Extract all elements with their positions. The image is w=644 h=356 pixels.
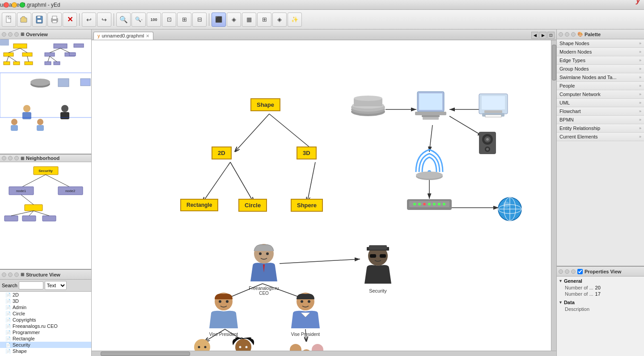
redo-button[interactable]: ↪ xyxy=(97,13,111,27)
svg-rect-22 xyxy=(54,44,67,48)
person-copyrights[interactable]: Copyrights xyxy=(288,337,326,351)
vp1-label: Vise President xyxy=(206,332,242,337)
graph-area: Shape 2D 3D Rectangle Circle xyxy=(92,40,556,351)
tree-item-3d[interactable]: 📄 3D xyxy=(0,298,91,304)
person-vp2[interactable]: Vise President xyxy=(288,290,323,337)
tree-item-shape[interactable]: 📄 Shape xyxy=(0,348,91,354)
svg-rect-11 xyxy=(13,44,27,48)
zoom-actual-button[interactable]: ⊞ xyxy=(177,13,191,27)
palette-item-group-nodes[interactable]: Group Nodes » xyxy=(557,65,644,73)
person-ceo[interactable]: Freeanalogs.ru CEO xyxy=(246,241,282,296)
structure-canvas[interactable]: 📄 2D 📄 3D 📄 Admin 📄 Circle 📄 Copy xyxy=(0,292,91,356)
node-2d[interactable]: 2D xyxy=(212,147,232,159)
snap-button[interactable]: ◈ xyxy=(272,13,287,27)
vertical-scrollbar[interactable] xyxy=(551,40,556,351)
palette-item-uml[interactable]: UML » xyxy=(557,99,644,107)
tab-unnamed[interactable]: y unnamed0.graphml ✕ xyxy=(93,32,153,40)
delete-button[interactable]: ✕ xyxy=(63,13,77,27)
svg-text:node1: node1 xyxy=(16,189,26,193)
search-type-select[interactable]: Text Label Type xyxy=(45,281,67,290)
graph-canvas[interactable]: Shape 2D 3D Rectangle Circle xyxy=(92,40,551,351)
palette-modern-nodes-label: Modern Nodes xyxy=(559,49,592,54)
tree-item-rectangle[interactable]: 📄 Rectangle xyxy=(0,335,91,342)
save-button[interactable] xyxy=(32,13,47,27)
grid-button[interactable]: ⊞ xyxy=(257,13,271,27)
open-button[interactable] xyxy=(17,13,31,27)
undo-button[interactable]: ↩ xyxy=(82,13,96,27)
node-shpere[interactable]: Shpere xyxy=(291,199,323,212)
tree-item-copyrights[interactable]: 📄 Copyrights xyxy=(0,317,91,323)
search-input[interactable] xyxy=(19,281,43,289)
palette-item-computer-network[interactable]: Computer Network » xyxy=(557,90,644,99)
h-scroll-thumb[interactable] xyxy=(101,352,190,356)
palette-item-people[interactable]: People » xyxy=(557,82,644,90)
svg-rect-20 xyxy=(25,62,33,65)
tree-icon-shape: 📄 xyxy=(5,349,11,354)
prop-row-description: Description xyxy=(559,306,642,312)
tree-item-admin[interactable]: 📄 Admin xyxy=(0,304,91,310)
zoom-fit-button[interactable]: ⊡ xyxy=(162,13,176,27)
person-admin[interactable]: Admin xyxy=(186,337,219,351)
edge-tool-button[interactable]: ◈ xyxy=(227,13,241,27)
tree-item-2d[interactable]: 📄 2D xyxy=(0,292,91,298)
tree-item-security[interactable]: 📄 Security xyxy=(0,342,91,348)
maximize-panel-button[interactable]: ⊡ xyxy=(547,32,555,39)
tab-left-button[interactable]: ◀ xyxy=(531,32,538,39)
svg-line-62 xyxy=(34,211,49,216)
palette-item-edge-types[interactable]: Edge Types » xyxy=(557,56,644,65)
palette-item-modern-nodes[interactable]: Modern Nodes » xyxy=(557,48,644,56)
node-3d[interactable]: 3D xyxy=(297,147,317,159)
palette-item-flowchart[interactable]: Flowchart » xyxy=(557,107,644,116)
network-wifi[interactable] xyxy=(409,147,449,182)
tree-item-freeanalogs[interactable]: 📄 Freeanalogs.ru CEO xyxy=(0,323,91,329)
neighborhood-canvas[interactable]: Security node1 node2 xyxy=(0,162,91,269)
tab-right-button[interactable]: ▶ xyxy=(539,32,547,39)
layout-button[interactable]: ▦ xyxy=(242,13,256,27)
zoom-out-button[interactable]: 🔍- xyxy=(131,13,146,27)
horizontal-scrollbar[interactable] xyxy=(92,351,556,356)
tab-close-button[interactable]: ✕ xyxy=(146,34,149,38)
palette-entity-relationship-chevron: » xyxy=(639,126,641,130)
tree-item-programmer[interactable]: 📄 Programmer xyxy=(0,329,91,335)
v-scroll-thumb[interactable] xyxy=(552,45,556,80)
node-shape[interactable]: Shape xyxy=(250,98,280,111)
svg-line-64 xyxy=(235,114,269,152)
fit-page-button[interactable]: ⊟ xyxy=(192,13,207,27)
properties-checkbox[interactable] xyxy=(577,269,583,274)
person-vp1[interactable]: Vise President xyxy=(206,290,242,337)
svg-rect-32 xyxy=(74,44,84,47)
s-dot-3 xyxy=(14,272,19,277)
network-printer[interactable] xyxy=(475,92,511,120)
minimize-button[interactable] xyxy=(12,2,17,8)
zoom-in-button[interactable]: 🔍 xyxy=(116,13,131,27)
zoom-100-button[interactable]: 100 xyxy=(147,13,161,27)
palette-item-current-elements[interactable]: Current Elements » xyxy=(557,133,644,141)
magic-button[interactable]: ✨ xyxy=(288,13,302,27)
network-speaker[interactable] xyxy=(475,130,500,158)
svg-point-105 xyxy=(416,172,443,179)
tree-item-circle[interactable]: 📄 Circle xyxy=(0,310,91,317)
close-button[interactable] xyxy=(4,2,9,8)
maximize-button[interactable] xyxy=(20,2,25,8)
network-scanner[interactable] xyxy=(350,94,386,120)
palette-item-bpmn[interactable]: BPMN » xyxy=(557,116,644,124)
new-button[interactable] xyxy=(2,13,16,27)
node-circle[interactable]: Circle xyxy=(238,199,267,212)
person-programmer[interactable]: Programmer xyxy=(227,337,260,351)
network-laptop[interactable] xyxy=(413,89,449,122)
person-security[interactable]: Security xyxy=(360,243,396,293)
palette-item-entity-relationship[interactable]: Entity Relationship » xyxy=(557,124,644,133)
node-rectangle[interactable]: Rectangle xyxy=(180,199,218,211)
palette-edge-types-label: Edge Types xyxy=(559,58,585,63)
overview-canvas[interactable] xyxy=(0,39,91,154)
select-move-button[interactable]: ⬛ xyxy=(212,13,226,27)
network-router[interactable] xyxy=(405,196,454,215)
palette-item-shape-nodes[interactable]: Shape Nodes » xyxy=(557,39,644,48)
palette-item-swimlane[interactable]: Swimlane Nodes and Ta... » xyxy=(557,73,644,82)
network-internet[interactable] xyxy=(496,196,523,224)
tree-label-3d: 3D xyxy=(13,298,19,304)
print-button[interactable] xyxy=(47,13,62,27)
svg-rect-7 xyxy=(37,20,42,22)
panel-dot-2 xyxy=(8,32,13,37)
tree-icon-3d: 📄 xyxy=(5,299,11,304)
